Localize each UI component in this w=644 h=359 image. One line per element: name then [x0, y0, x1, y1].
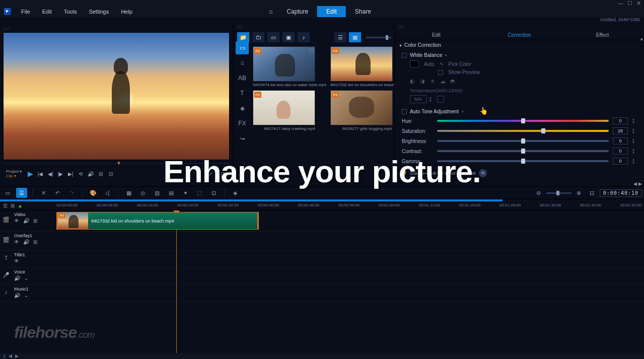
track-title[interactable]: T Title1 👁: [0, 251, 644, 268]
undo-button[interactable]: ↶: [52, 188, 63, 198]
slider-track[interactable]: [437, 140, 609, 142]
thumb-size-slider[interactable]: [366, 37, 391, 38]
spinner-down-icon[interactable]: ▼: [632, 131, 637, 134]
graphic-tab-icon[interactable]: ◈: [236, 102, 249, 115]
redo-button[interactable]: ↷: [66, 188, 77, 198]
track-overlay[interactable]: 🎬 Overlay1 👁🔊⊞: [0, 232, 644, 251]
fit-timeline-icon[interactable]: ⊡: [587, 188, 598, 198]
grid-view-icon[interactable]: ▦: [348, 32, 362, 43]
lock-icon[interactable]: ⊞: [33, 239, 37, 245]
visibility-icon[interactable]: 👁: [14, 239, 19, 245]
preset-cloudy-icon[interactable]: ☁: [440, 78, 447, 85]
mute-icon[interactable]: 🔊: [23, 218, 29, 224]
zoom-slider[interactable]: [546, 192, 571, 194]
marker-icon[interactable]: ▲: [18, 203, 23, 208]
reset-temp-icon[interactable]: [437, 96, 444, 103]
auto-tone-toggle[interactable]: Auto Tone Adjustment ▾: [402, 107, 637, 116]
mark-in-button[interactable]: [: [182, 169, 191, 178]
mode-edit[interactable]: Edit: [317, 6, 346, 17]
snapshot-button[interactable]: ⊡: [106, 169, 115, 178]
preset-daylight-icon[interactable]: ☀: [430, 78, 437, 85]
slider-brightness[interactable]: Brightness:0▲▼: [402, 136, 637, 146]
track-voice[interactable]: 🎤 Voice 🔊⌄: [0, 268, 644, 285]
slider-saturation[interactable]: Saturation:28▲▼: [402, 126, 637, 136]
slider-value-input[interactable]: 0: [613, 158, 628, 165]
audio-tool-icon[interactable]: ♪]: [102, 188, 113, 198]
expand-icon[interactable]: ⌄: [24, 293, 28, 298]
step-back-button[interactable]: ◀|: [46, 169, 55, 178]
lock-icon[interactable]: ⊞: [33, 218, 37, 224]
timeline-clip[interactable]: FX IMG7332 kid on shoulders on beach.mp4: [56, 212, 259, 230]
timeline-scrollbar[interactable]: ± ◀ ▶: [0, 353, 644, 359]
ts-tool-7[interactable]: ⊡: [208, 188, 219, 198]
mute-icon[interactable]: 🔊: [14, 275, 20, 281]
slider-gamma[interactable]: Gamma:0▲▼: [402, 156, 637, 166]
spinner-down-icon[interactable]: ▼: [429, 99, 434, 102]
next-button[interactable]: ▶|: [66, 169, 75, 178]
collapse-icon[interactable]: ▴: [640, 36, 643, 41]
mute-icon[interactable]: 🔊: [14, 293, 20, 298]
color-correction-header[interactable]: Color Correction: [395, 40, 644, 50]
spinner-down-icon[interactable]: ▼: [632, 151, 637, 154]
tool-icon[interactable]: ✕: [38, 188, 49, 198]
slider-value-input[interactable]: 28: [613, 127, 628, 134]
timecode-display[interactable]: 0:00:40:10: [600, 189, 642, 197]
ts-tool-4[interactable]: ▤: [166, 188, 177, 198]
slider-track[interactable]: [437, 120, 609, 122]
track-options-icon[interactable]: ☰: [3, 203, 8, 208]
checkbox-icon[interactable]: [402, 109, 407, 114]
spinner-down-icon[interactable]: ▼: [632, 141, 637, 144]
preset-fluorescent-icon[interactable]: ◑: [420, 78, 427, 85]
storyboard-view-icon[interactable]: ▭: [2, 188, 13, 198]
add-track-icon[interactable]: ±: [3, 353, 6, 358]
expand-icon[interactable]: ⤢: [206, 169, 215, 178]
drag-handle[interactable]: ::::::::: [3, 26, 230, 31]
mode-share[interactable]: Share: [346, 6, 380, 17]
timeline-view-icon[interactable]: ☰: [16, 188, 27, 198]
lib-audio-icon[interactable]: ♪: [297, 32, 310, 43]
visibility-icon[interactable]: 👁: [14, 258, 19, 264]
reset-all-icon[interactable]: ⟲: [479, 169, 487, 177]
mode-capture[interactable]: Capture: [277, 6, 317, 17]
spinner-down-icon[interactable]: ▼: [632, 121, 637, 124]
ts-tool-2[interactable]: ◎: [137, 188, 149, 198]
list-view-icon[interactable]: ☰: [334, 32, 347, 43]
slider-value-input[interactable]: 0: [613, 148, 628, 155]
zoom-in-icon[interactable]: ⊕: [574, 188, 585, 198]
color-swatch[interactable]: [410, 60, 419, 67]
preview-viewport[interactable]: [3, 32, 230, 160]
split-button[interactable]: ⊟: [96, 169, 105, 178]
timeline-ruler[interactable]: ☰ ⊞ ▲ 00:00:00:0000:00:08:0000:00:16:000…: [0, 201, 644, 210]
zoom-out-icon[interactable]: ⊖: [533, 188, 544, 198]
menu-edit[interactable]: Edit: [37, 8, 57, 16]
ts-tool-5[interactable]: ✦: [180, 188, 191, 198]
slider-value-input[interactable]: 0: [613, 137, 628, 145]
track-video[interactable]: 🎬 Video 👁🔊⊞ FX IMG7332 kid on shoulders …: [0, 210, 644, 232]
ts-tool-6[interactable]: ⬚: [194, 188, 205, 198]
repeat-button[interactable]: ⟲: [76, 169, 85, 178]
ts-tool-1[interactable]: ▦: [123, 188, 134, 198]
expand-icon[interactable]: ⌄: [24, 275, 28, 281]
tab-edit[interactable]: Edit: [395, 30, 478, 40]
mark-out-button[interactable]: ]: [194, 169, 203, 178]
auto-wb-button[interactable]: Auto: [424, 61, 435, 67]
close-button[interactable]: ✕: [636, 0, 641, 7]
preset-shade-icon[interactable]: ◓: [450, 78, 457, 85]
drag-handle[interactable]: ::::::::: [234, 24, 394, 29]
panel-nav-icon[interactable]: ◀ ▶: [633, 181, 642, 186]
media-tab-icon[interactable]: ▭: [236, 41, 249, 54]
checkbox-icon[interactable]: [402, 53, 407, 58]
prev-button[interactable]: |◀: [36, 169, 45, 178]
library-clip[interactable]: FX☑ IMG7332 kid on shoulders on beach.mp…: [330, 46, 394, 88]
volume-button[interactable]: 🔊: [86, 169, 95, 178]
spinner-down-icon[interactable]: ▼: [632, 161, 637, 164]
scroll-right-icon[interactable]: ▶: [15, 353, 19, 358]
transition-tab-icon[interactable]: AB: [236, 71, 249, 85]
sound-tab-icon[interactable]: ♫: [236, 56, 249, 69]
slider-track[interactable]: [437, 160, 609, 162]
mute-icon[interactable]: 🔊: [23, 239, 29, 245]
preset-tungsten-icon[interactable]: ◐: [410, 78, 417, 85]
tab-effect[interactable]: Effect: [561, 30, 644, 40]
library-clip[interactable]: FX☐ IMG5474 kid and dad on water lside.m…: [253, 46, 326, 88]
menu-file[interactable]: File: [16, 8, 35, 16]
